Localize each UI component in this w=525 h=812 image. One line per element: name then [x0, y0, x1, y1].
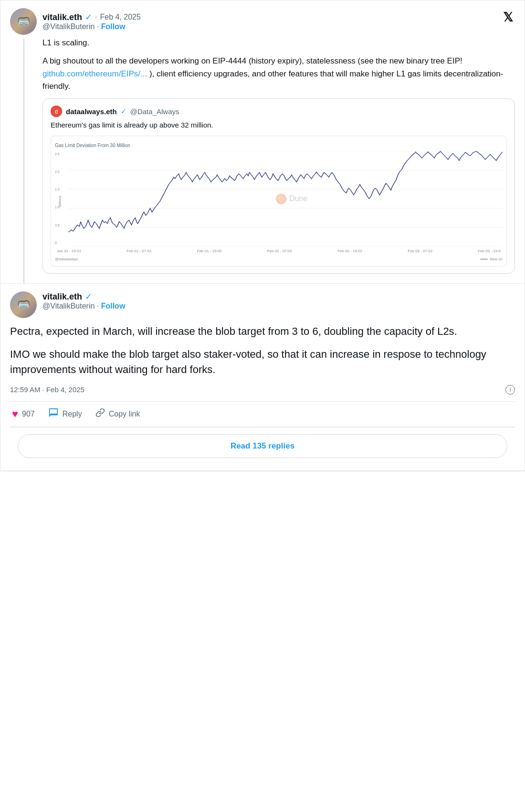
info-icon[interactable]: i: [505, 385, 515, 395]
y-label-1-5: 1.5: [55, 187, 60, 192]
x-label-2: Feb 01 - 07:02: [126, 248, 151, 254]
legend-label: New GI: [490, 256, 503, 262]
chart-inner: Millions: [68, 151, 503, 246]
copy-link-label: Copy link: [109, 410, 140, 418]
x-label-5: Feb 02 - 19:02: [337, 248, 362, 254]
avatar[interactable]: 🥽: [10, 8, 37, 35]
chart-title: Gas Limit Deviation From 30 Million: [55, 142, 503, 150]
user-info: vitalik.eth ✓ · Feb 4, 2025 @VitalikBute…: [42, 12, 141, 31]
second-user-info: vitalik.eth ✓ @VitalikButerin · Follow: [42, 291, 125, 310]
quoted-user-name: dataalways.eth: [66, 106, 117, 117]
first-tweet-content: L1 is scaling. A big shoutout to all the…: [42, 37, 515, 274]
follow-button[interactable]: Follow: [101, 22, 126, 31]
second-dot-sep: ·: [97, 302, 101, 310]
dune-logo-icon: [276, 193, 286, 204]
reply-action[interactable]: Reply: [48, 407, 82, 421]
tweet-container: 🥽 vitalik.eth ✓ · Feb 4, 2025 @VitalikBu…: [0, 0, 525, 471]
chart-area: 2.5 2.0 1.5 1.0 0.5 0 Millions: [55, 151, 503, 246]
chart-footer: @dataalways New GI: [55, 256, 503, 262]
x-label-7: Feb 03 - 19:0: [478, 248, 501, 254]
second-user-display-name: vitalik.eth: [42, 292, 82, 302]
y-axis-title: Millions: [58, 196, 63, 207]
tweet-line2: A big shoutout to all the developers wor…: [42, 55, 515, 93]
dune-watermark: Dune: [276, 193, 307, 205]
second-tweet-avatar[interactable]: 🥽: [10, 291, 37, 318]
second-tweet-line2: IMO we should make the blob target also …: [10, 347, 515, 377]
avatar-image: 🥽: [10, 8, 37, 35]
user-handle: @VitalikButerin: [42, 22, 94, 31]
first-tweet-header: 🥽 vitalik.eth ✓ · Feb 4, 2025 @VitalikBu…: [10, 8, 515, 35]
x-label-3: Feb 01 - 19:02: [197, 248, 222, 254]
second-user-handle: @VitalikButerin: [42, 302, 94, 310]
y-label-2-0: 2.0: [55, 170, 60, 175]
second-follow-button[interactable]: Follow: [101, 302, 126, 310]
x-label-4: Feb 02 - 07:02: [267, 248, 292, 254]
user-name-row: vitalik.eth ✓ · Feb 4, 2025: [42, 12, 141, 22]
second-tweet-line1: Pectra, expected in March, will increase…: [10, 324, 515, 339]
reply-icon: [48, 407, 59, 421]
second-tweet-block: 🥽 vitalik.eth ✓ @VitalikButerin · Follow…: [0, 284, 525, 471]
svg-text:d: d: [55, 108, 58, 115]
copy-link-action[interactable]: Copy link: [95, 408, 140, 420]
second-verified-icon: ✓: [85, 291, 92, 302]
tweet-meta: 12:59 AM · Feb 4, 2025 i: [10, 385, 515, 395]
second-user-name-row: vitalik.eth ✓: [42, 291, 125, 302]
dune-label: Dune: [289, 193, 307, 205]
quoted-tweet[interactable]: d dataalways.eth ✓ @Data_Always Ethereum…: [42, 98, 515, 274]
quoted-verified-icon: ✓: [121, 107, 126, 117]
like-action[interactable]: ♥ 907: [12, 408, 35, 420]
thread-line: [23, 39, 24, 283]
actions-row: ♥ 907 Reply Copy link: [10, 402, 515, 427]
tweet-line1: L1 is scaling.: [42, 37, 515, 49]
chart-source: @dataalways: [55, 256, 78, 262]
second-tweet-content: Pectra, expected in March, will increase…: [10, 324, 515, 377]
dot-sep2: ·: [97, 22, 101, 31]
x-label-1: Jan 31 - 19:01: [57, 248, 81, 254]
reply-label: Reply: [63, 410, 82, 418]
chart-x-labels: Jan 31 - 19:01 Feb 01 - 07:02 Feb 01 - 1…: [55, 248, 503, 254]
like-count: 907: [22, 410, 35, 418]
second-avatar-image: 🥽: [10, 291, 37, 318]
first-tweet-block: 🥽 vitalik.eth ✓ · Feb 4, 2025 @VitalikBu…: [0, 0, 525, 284]
x-logo-icon: 𝕏: [501, 8, 515, 27]
y-label-2-5: 2.5: [55, 152, 60, 157]
dot-separator: ·: [95, 13, 97, 21]
tweet-date: Feb 4, 2025: [100, 13, 140, 21]
chart-container: Gas Limit Deviation From 30 Million 2.5 …: [51, 136, 507, 267]
legend-line-icon: [480, 259, 488, 259]
divider-2: [10, 427, 515, 427]
heart-icon: ♥: [12, 408, 18, 420]
quoted-avatar: d: [51, 106, 62, 117]
tweet-timestamp: 12:59 AM · Feb 4, 2025: [10, 385, 84, 394]
verified-icon: ✓: [85, 12, 92, 22]
second-tweet-header: 🥽 vitalik.eth ✓ @VitalikButerin · Follow: [10, 291, 515, 318]
first-tweet-header-left: 🥽 vitalik.eth ✓ · Feb 4, 2025 @VitalikBu…: [10, 8, 141, 35]
quoted-handle: @Data_Always: [130, 106, 179, 117]
read-replies-button[interactable]: Read 135 replies: [18, 434, 507, 458]
y-label-0-5: 0.5: [55, 223, 60, 228]
github-link[interactable]: github.com/ethereum/EIPs/...: [42, 69, 147, 78]
x-label-6: Feb 03 - 07:02: [408, 248, 432, 254]
y-label-0: 0: [55, 241, 60, 246]
second-handle-follow-row: @VitalikButerin · Follow: [42, 302, 125, 310]
handle-follow-row: @VitalikButerin · Follow: [42, 22, 141, 31]
chart-legend: New GI: [480, 256, 503, 262]
user-display-name: vitalik.eth: [42, 12, 82, 22]
quoted-tweet-header: d dataalways.eth ✓ @Data_Always: [51, 106, 507, 117]
info-symbol: i: [510, 386, 511, 393]
link-icon: [95, 408, 105, 420]
quoted-tweet-text: Ethereum's gas limit is already up above…: [51, 120, 507, 131]
